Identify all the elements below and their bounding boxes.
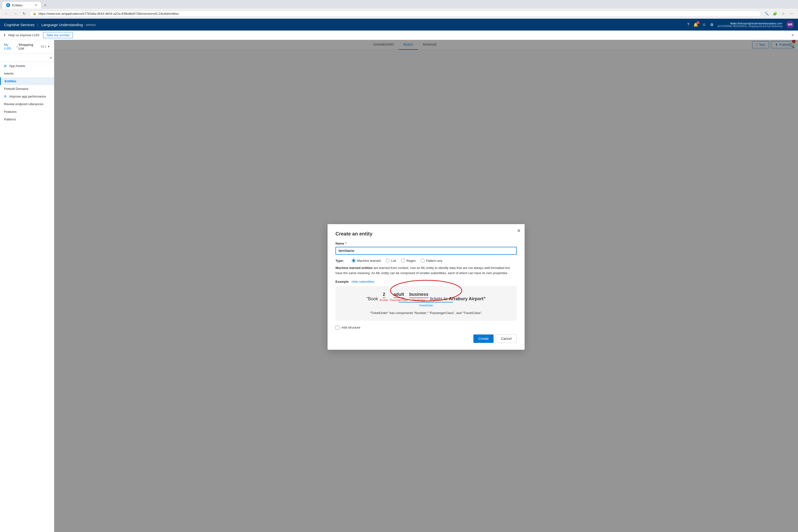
type-label: Type: (336, 259, 344, 263)
word-2: 2 (383, 292, 385, 298)
browser-tab-bar: E Entities ✕ + (0, 0, 798, 8)
user-email: Malte.Reimann@studentambassadors.com (730, 22, 782, 25)
sidebar-item-label: Features (4, 110, 17, 114)
breadcrumb-base[interactable]: My LUIS (4, 43, 16, 50)
back-button[interactable]: ← (3, 10, 10, 17)
notifications-icon[interactable]: 🔔 1 (693, 22, 698, 27)
help-icon[interactable]: ? (687, 22, 689, 27)
sidebar-item-label: Patterns (4, 117, 16, 121)
survey-close-icon[interactable]: ✕ (791, 33, 794, 37)
label-passengerclass: PassengerClass (390, 298, 408, 302)
survey-button[interactable]: Take our survey! (43, 32, 73, 38)
radio-ml-label: Machine learned (357, 259, 381, 263)
improve-icon: ⚙ (4, 95, 7, 98)
sidebar-item-label: App Assets (9, 64, 25, 68)
add-structure-checkbox[interactable] (336, 326, 339, 329)
word-book: “Book (366, 296, 378, 302)
breadcrumb-current: Shopping List (18, 43, 39, 50)
sidebar-item-prebuilt[interactable]: Prebuilt Domains (0, 85, 54, 93)
radio-pattern-input[interactable] (421, 259, 424, 263)
description-bold: Machine learned entities (336, 266, 373, 270)
word-business: business (409, 292, 429, 298)
ticket-order-text: TicketOrder (419, 304, 433, 307)
create-button[interactable]: Create (473, 335, 494, 343)
hide-subentities-link[interactable]: Hide subentities (352, 280, 374, 284)
sentence-row: “Book 2 Number adult Pass (366, 292, 486, 302)
example-box: “Book 2 Number adult Pass (336, 286, 517, 321)
sidebar-item-app-assets[interactable]: ⊞ App Assets (0, 62, 54, 70)
close-tab-icon[interactable]: ✕ (35, 3, 37, 7)
example-section: Example Hide subentities “Book (336, 280, 517, 321)
sidebar-breadcrumb: My LUIS / Shopping List V0.1 ▼ (0, 40, 54, 54)
add-structure-label[interactable]: Add structure (341, 326, 360, 329)
sidebar-item-features[interactable]: Features (0, 108, 54, 115)
radio-list-input[interactable] (386, 259, 390, 263)
survey-info-icon: ℹ (4, 33, 5, 37)
ticket-order-group: TicketOrder (399, 302, 453, 307)
example-label: Example (336, 280, 348, 284)
word-group-number: 2 Number (380, 292, 388, 302)
sidebar-item-label: Improve app performance (10, 95, 46, 98)
more-icon[interactable]: ⋯ (788, 10, 795, 17)
app-assets-icon: ⊞ (4, 64, 7, 68)
browser-tab[interactable]: E Entities ✕ (2, 1, 41, 8)
extensions-icon[interactable]: 🧩 (772, 10, 778, 17)
user-avatar[interactable]: MR (786, 21, 794, 28)
entity-name-input[interactable] (336, 247, 517, 255)
version-dropdown-icon[interactable]: ▼ (47, 45, 50, 48)
settings-icon[interactable]: ⚙ (710, 22, 714, 27)
required-indicator: * (345, 242, 346, 245)
ticket-order-label: TicketOrder (399, 302, 453, 307)
word-arrabury: Arrabury Airport” (449, 296, 486, 302)
sidebar-item-label: Review endpoint utterances (4, 102, 43, 106)
cancel-button[interactable]: Cancel (496, 335, 517, 343)
app-container: Cognitive Services | Language Understand… (0, 19, 798, 532)
example-sentence-wrapper: “Book 2 Number adult Pass (340, 292, 512, 307)
name-label: Name * (336, 242, 517, 245)
nav-icons: 🔍 🧩 ☆ ⋯ (763, 10, 795, 17)
type-radio-group: Type: Machine learned List Regex (336, 259, 517, 263)
survey-text: Help us improve LUIS. (8, 33, 40, 37)
sidebar-item-review[interactable]: Review endpoint utterances (0, 100, 54, 108)
radio-pattern-label: Pattern.any (426, 259, 442, 263)
radio-regex-input[interactable] (401, 259, 405, 263)
sidebar-item-patterns[interactable]: Patterns (0, 115, 54, 123)
notification-badge: 1 (696, 21, 700, 24)
search-nav-icon[interactable]: 🔍 (763, 10, 770, 17)
entity-description: Machine learned entities are learned fro… (336, 266, 517, 276)
survey-bar: ℹ Help us improve LUIS. Take our survey!… (0, 31, 798, 40)
example-header: Example Hide subentities (336, 280, 517, 284)
sidebar-item-intents[interactable]: Intents (0, 70, 54, 77)
header-right: ? 🔔 1 ☺ ⚙ Malte.Reimann@studentambassado… (687, 21, 794, 28)
version-badge: V0.1 (41, 45, 46, 48)
user-resource: AUTHORING RESOURCE: shopping-list-bot-lu… (718, 25, 782, 27)
sidebar-item-entities[interactable]: Entities (0, 77, 54, 85)
browser-chrome: E Entities ✕ + ← → ↻ 🔒 🔍 🧩 ☆ ⋯ (0, 0, 798, 19)
collapse-icon[interactable]: « (50, 55, 52, 60)
word-tickets-to: tickets to (430, 296, 448, 302)
sidebar: My LUIS / Shopping List V0.1 ▼ « ⊞ App A… (0, 40, 54, 532)
sidebar-item-improve[interactable]: ⚙ Improve app performance (0, 93, 54, 100)
radio-list[interactable]: List (386, 259, 396, 263)
emoji-icon[interactable]: ☺ (702, 22, 706, 27)
app-header-region: - westus (84, 23, 96, 26)
word-group-travelclass: business TravelClass (409, 292, 429, 302)
new-tab-button[interactable]: + (42, 2, 49, 8)
radio-regex[interactable]: Regex (401, 259, 416, 263)
create-entity-modal: ✕ Create an entity Name * Type: (327, 224, 525, 350)
url-input[interactable] (38, 12, 758, 16)
favorites-icon[interactable]: ☆ (780, 10, 787, 17)
radio-ml-input[interactable] (352, 259, 356, 263)
modal-close-button[interactable]: ✕ (517, 228, 521, 233)
radio-pattern[interactable]: Pattern.any (421, 259, 442, 263)
forward-button[interactable]: → (12, 10, 19, 17)
radio-machine-learned[interactable]: Machine learned (352, 259, 381, 263)
modal-title: Create an entity (336, 231, 517, 237)
tab-favicon: E (6, 3, 10, 7)
reload-button[interactable]: ↻ (21, 10, 27, 17)
breadcrumb-separator: / (17, 45, 18, 49)
ticket-order-wrapper: TicketOrder (399, 302, 453, 307)
sidebar-nav: ⊞ App Assets Intents Entities Prebuilt D… (0, 62, 54, 532)
address-bar[interactable]: 🔒 (30, 11, 761, 17)
lock-icon: 🔒 (33, 12, 36, 15)
